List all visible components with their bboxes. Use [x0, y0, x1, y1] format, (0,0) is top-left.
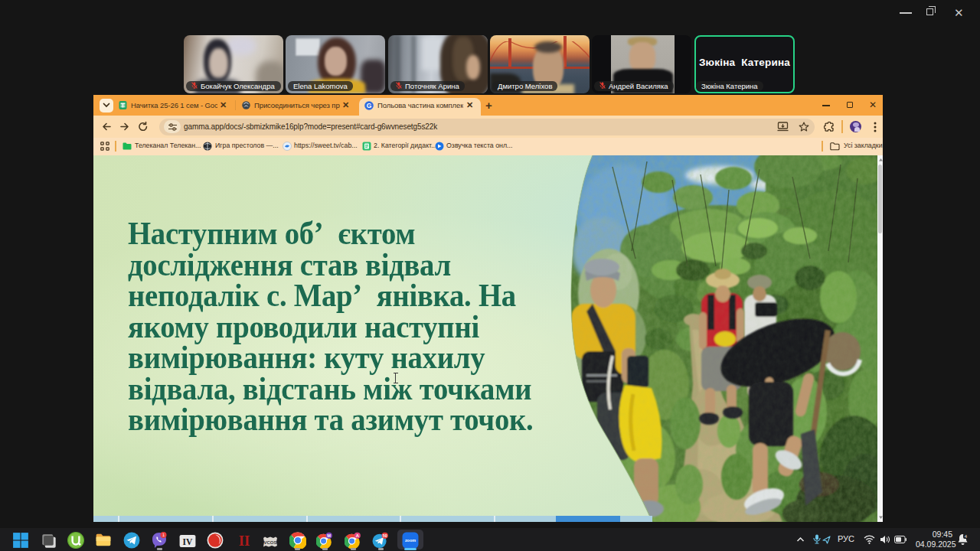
svg-text:50: 50	[383, 533, 387, 538]
svg-text:IV: IV	[183, 537, 193, 547]
svg-text:II: II	[239, 533, 250, 549]
svg-text:M: M	[327, 533, 331, 538]
svg-text:VCOS: VCOS	[263, 540, 276, 545]
svg-text:1: 1	[162, 533, 165, 537]
svg-text:A: A	[356, 533, 359, 538]
svg-text:zoom: zoom	[405, 538, 416, 543]
svg-text:G: G	[367, 102, 372, 109]
